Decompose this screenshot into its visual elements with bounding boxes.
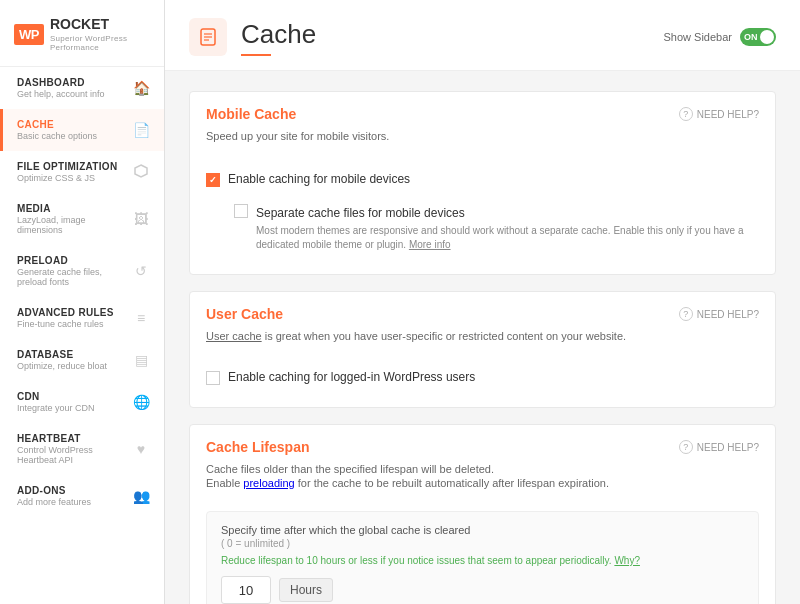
heartbeat-icon: ♥ [132, 441, 150, 457]
user-cache-desc-text: is great when you have user-specific or … [265, 330, 626, 342]
mobile-cache-title: Mobile Cache [206, 106, 296, 122]
lifespan-value-input[interactable] [221, 576, 271, 604]
user-cache-need-help[interactable]: ? NEED HELP? [679, 307, 759, 321]
mobile-cache-need-help[interactable]: ? NEED HELP? [679, 107, 759, 121]
sidebar-toggle-switch[interactable]: ON [740, 28, 776, 46]
why-link[interactable]: Why? [614, 555, 640, 566]
sidebar-item-heartbeat[interactable]: HEARTBEAT Control WordPress Heartbeat AP… [0, 423, 164, 475]
header-icon [189, 18, 227, 56]
svg-marker-0 [135, 165, 147, 177]
need-help-icon: ? [679, 107, 693, 121]
show-sidebar-label: Show Sidebar [664, 31, 733, 43]
add-ons-icon: 👥 [132, 488, 150, 504]
user-cache-section: User Cache ? NEED HELP? User cache is gr… [189, 291, 776, 408]
sidebar-item-dashboard[interactable]: DASHBOARD Get help, account info 🏠 [0, 67, 164, 109]
advanced-rules-icon: ≡ [132, 310, 150, 326]
lifespan-warn: Reduce lifespan to 10 hours or less if y… [221, 555, 744, 566]
sections-container: Mobile Cache ? NEED HELP? Speed up your … [165, 71, 800, 604]
more-info-link[interactable]: More info [409, 239, 451, 250]
sidebar-logo: WP ROCKET Superior WordPress Performance [0, 0, 164, 67]
logo-sub: Superior WordPress Performance [50, 34, 150, 52]
toggle-on-label: ON [744, 32, 758, 42]
enable-mobile-row[interactable]: Enable caching for mobile devices [206, 164, 759, 195]
enable-logged-in-label: Enable caching for logged-in WordPress u… [228, 370, 475, 384]
main-content-area: Cache Show Sidebar ON Mobile Cache ? NEE… [165, 0, 800, 604]
lifespan-inputs: Hours [221, 576, 744, 604]
user-cache-desc: User cache is great when you have user-s… [190, 330, 775, 352]
cache-lifespan-desc: Cache files older than the specified lif… [190, 463, 775, 501]
sidebar-item-cdn[interactable]: CDN Integrate your CDN 🌐 [0, 381, 164, 423]
separate-cache-sublabel: Most modern themes are responsive and sh… [256, 224, 759, 252]
page-header: Cache Show Sidebar ON [165, 0, 800, 71]
cache-icon: 📄 [132, 122, 150, 138]
need-help-icon-3: ? [679, 440, 693, 454]
page-title: Cache [241, 19, 316, 50]
cache-lifespan-header: Cache Lifespan ? NEED HELP? [190, 425, 775, 463]
sidebar-item-media[interactable]: MEDIA LazyLoad, image dimensions 🖼 [0, 193, 164, 245]
user-cache-title: User Cache [206, 306, 283, 322]
cache-lifespan-need-help[interactable]: ? NEED HELP? [679, 440, 759, 454]
sidebar: WP ROCKET Superior WordPress Performance… [0, 0, 165, 604]
show-sidebar-toggle[interactable]: Show Sidebar ON [664, 28, 777, 46]
cdn-icon: 🌐 [132, 394, 150, 410]
separate-cache-checkbox[interactable] [234, 204, 248, 218]
sidebar-item-file-optimization[interactable]: FILE OPTIMIZATION Optimize CSS & JS [0, 151, 164, 193]
sidebar-item-preload[interactable]: PRELOAD Generate cache files, preload fo… [0, 245, 164, 297]
database-icon: ▤ [132, 352, 150, 368]
user-cache-link[interactable]: User cache [206, 330, 262, 342]
file-opt-icon [132, 164, 150, 181]
mobile-cache-body: Enable caching for mobile devices Separa… [190, 154, 775, 274]
lifespan-unit: Hours [279, 578, 333, 602]
sidebar-item-advanced-rules[interactable]: ADVANCED RULES Fine-tune cache rules ≡ [0, 297, 164, 339]
enable-logged-in-checkbox[interactable] [206, 371, 220, 385]
sidebar-item-add-ons[interactable]: ADD-ONS Add more features 👥 [0, 475, 164, 517]
separate-cache-row[interactable]: Separate cache files for mobile devices … [234, 195, 759, 260]
enable-mobile-checkbox[interactable] [206, 173, 220, 187]
mobile-cache-section: Mobile Cache ? NEED HELP? Speed up your … [189, 91, 776, 275]
lifespan-box-sub: ( 0 = unlimited ) [221, 538, 744, 549]
user-cache-body: Enable caching for logged-in WordPress u… [190, 352, 775, 407]
cache-lifespan-desc1: Cache files older than the specified lif… [206, 463, 759, 475]
cache-lifespan-section: Cache Lifespan ? NEED HELP? Cache files … [189, 424, 776, 604]
media-icon: 🖼 [132, 211, 150, 227]
title-underline [241, 54, 271, 56]
logo-rocket: ROCKET [50, 16, 150, 32]
lifespan-box: Specify time after which the global cach… [206, 511, 759, 604]
dashboard-icon: 🏠 [132, 80, 150, 96]
mobile-cache-header: Mobile Cache ? NEED HELP? [190, 92, 775, 130]
need-help-icon-2: ? [679, 307, 693, 321]
cache-lifespan-desc2: Enable preloading for the cache to be re… [206, 477, 759, 489]
user-cache-header: User Cache ? NEED HELP? [190, 292, 775, 330]
preload-icon: ↺ [132, 263, 150, 279]
sidebar-item-cache[interactable]: CACHE Basic cache options 📄 [0, 109, 164, 151]
mobile-cache-desc: Speed up your site for mobile visitors. [190, 130, 775, 154]
logo-wp: WP [14, 24, 44, 45]
preloading-link[interactable]: preloading [243, 477, 294, 489]
enable-logged-in-row[interactable]: Enable caching for logged-in WordPress u… [206, 362, 759, 393]
enable-mobile-label: Enable caching for mobile devices [228, 172, 410, 186]
sidebar-item-database[interactable]: DATABASE Optimize, reduce bloat ▤ [0, 339, 164, 381]
lifespan-box-title: Specify time after which the global cach… [221, 524, 744, 536]
separate-cache-label: Separate cache files for mobile devices [256, 206, 465, 220]
cache-lifespan-title: Cache Lifespan [206, 439, 309, 455]
